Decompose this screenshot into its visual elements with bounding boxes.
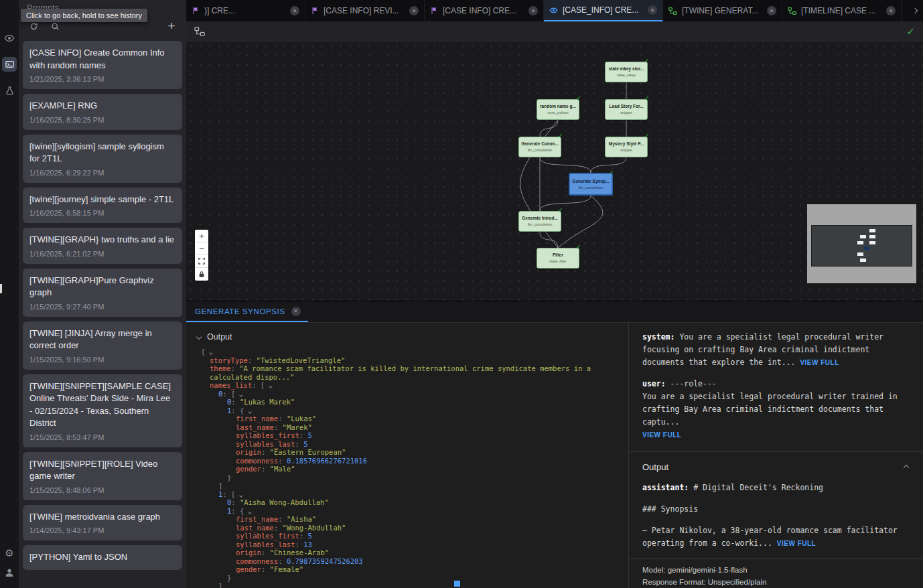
flask-icon[interactable] <box>2 83 17 98</box>
close-icon[interactable]: ✕ <box>528 6 538 15</box>
zoom-out-button[interactable]: − <box>195 242 208 255</box>
code-token: : <box>231 364 240 372</box>
code-token: 13 <box>303 540 312 548</box>
view-full-link[interactable]: VIEW FULL <box>777 540 816 547</box>
collapse-icon[interactable] <box>269 384 273 388</box>
add-prompt-button[interactable]: + <box>166 21 177 31</box>
graph-node[interactable]: ✓Generate Comm...llm_completion <box>518 137 561 157</box>
editor-tab[interactable]: [CASE_INFO] CRE...✕ <box>544 0 663 21</box>
tab-generate-synopsis[interactable]: GENERATE SYNOPSIS ✕ <box>186 301 308 322</box>
graph-node[interactable]: ✓Filterstate_filter <box>537 248 579 269</box>
prompt-timestamp: 1/15/2025, 9:27:40 PM <box>29 303 175 311</box>
code-line: names_list: [ <box>201 381 628 390</box>
eye-icon[interactable] <box>2 31 17 46</box>
editor-tab[interactable]: )] CRE...✕ <box>186 0 305 21</box>
list-item[interactable]: [twine][syllogism] sample syllogism for … <box>23 135 182 183</box>
code-line: first_name: "Aisha" <box>201 515 628 524</box>
graph-node[interactable]: ✓Mystery Style F...snippet <box>605 137 648 157</box>
code-line: commonness: 0.18576966276721016 <box>201 457 628 465</box>
refresh-icon[interactable] <box>28 21 39 31</box>
node-subtitle: state_mkey <box>617 73 636 78</box>
code-token: commonness <box>236 457 278 465</box>
minimap-viewport <box>811 225 912 267</box>
graph-node[interactable]: ✓Generate Synop...llm_completion <box>569 173 613 196</box>
graph-node[interactable]: ✓Load Story For...snippet <box>605 99 648 120</box>
code-line: origin: "Eastern European" <box>201 448 628 457</box>
list-item[interactable]: [twine][journey] simple sample - 2T1L1/1… <box>23 188 182 224</box>
node-subtitle: llm_completion <box>579 186 604 190</box>
list-item[interactable]: [TWINE] metroidvania case graph1/14/2025… <box>23 505 182 541</box>
list-item[interactable]: [PYTHON] Yaml to JSON <box>23 545 182 570</box>
editor-tab[interactable]: [CASE INFO] REVI...✕ <box>305 0 425 21</box>
tab-scroll-right-icon[interactable] <box>907 0 923 21</box>
close-icon[interactable]: ✕ <box>886 6 896 15</box>
minimap[interactable] <box>807 204 916 283</box>
code-token: "Lukas Marek" <box>240 398 295 406</box>
fit-view-button[interactable] <box>195 255 208 268</box>
graph-node[interactable]: ✓Generate Introd...llm_completion <box>518 211 561 232</box>
graph-layout-icon[interactable] <box>194 27 205 36</box>
list-item[interactable]: [TWINE][GRAPH]Pure Graphviz graph1/15/20… <box>23 269 182 317</box>
collapse-icon[interactable] <box>248 510 252 514</box>
output-header: Output <box>194 328 628 348</box>
close-icon[interactable]: ✕ <box>409 6 419 15</box>
editor-tab[interactable]: [CASE INFO] CRE...✕ <box>425 0 544 21</box>
zoom-in-button[interactable]: + <box>195 230 208 242</box>
view-full-link[interactable]: VIEW FULL <box>800 359 839 366</box>
editor-tab[interactable]: [TIMELINE] CASE ...✕ <box>782 0 902 21</box>
bottom-tab-bar: GENERATE SYNOPSIS ✕ <box>186 301 923 323</box>
collapse-icon[interactable] <box>239 393 243 397</box>
code-token: : <box>261 448 270 456</box>
prompt-title: [TWINE][GRAPH} two truths and a lie <box>29 234 175 246</box>
node-canvas[interactable]: + − ✓state mkey stor...state_mkey✓random… <box>186 42 923 301</box>
list-item[interactable]: [TWINE][SNIPPET][SAMPLE CASE] Online Thr… <box>23 374 182 447</box>
code-token: origin <box>236 448 261 456</box>
search-icon[interactable] <box>50 21 60 31</box>
tab-label: [CASE INFO] REVI... <box>324 6 405 15</box>
node-title: Load Story For... <box>608 104 645 109</box>
eye-icon <box>549 6 558 15</box>
code-token: "Aisha Wong-Abdullah" <box>240 498 329 506</box>
scrollbar-thumb[interactable] <box>454 581 460 587</box>
edge <box>540 120 558 137</box>
list-item[interactable]: [CASE INFO] Create Common Info with rand… <box>23 41 182 89</box>
gear-icon[interactable]: ⚙ <box>2 546 17 561</box>
list-item[interactable]: [TWINE] [JINJA] Array merge in correct o… <box>23 321 182 370</box>
collapse-icon[interactable] <box>239 494 243 498</box>
view-full-link[interactable]: VIEW FULL <box>642 431 681 439</box>
list-item[interactable]: [TWINE][SNIPPET][ROLE] Video game writer… <box>23 452 182 500</box>
graph-node[interactable]: ✓state mkey stor...state_mkey <box>605 62 648 82</box>
close-icon[interactable]: ✕ <box>767 6 776 15</box>
code-token: "Male" <box>270 465 295 473</box>
validation-check-icon: ✓ <box>906 25 915 38</box>
list-item[interactable]: [EXAMPLE] RNG1/16/2025, 8:30:25 PM <box>23 94 182 130</box>
graph-node[interactable]: ✓random name g...exec_python <box>537 99 579 120</box>
prompts-icon[interactable] <box>2 57 17 72</box>
collapse-up-icon[interactable] <box>904 464 909 469</box>
minimap-node-dot <box>860 235 866 238</box>
list-item[interactable]: [TWINE][GRAPH} two truths and a lie1/16/… <box>23 228 182 264</box>
check-icon: ✓ <box>576 94 581 102</box>
code-line: last_name: "Wong-Abdullah" <box>201 524 628 532</box>
minimap-node-dot <box>857 252 863 256</box>
collapse-icon[interactable] <box>248 410 252 414</box>
account-icon[interactable] <box>2 565 17 580</box>
check-icon: ✓ <box>644 94 650 102</box>
code-token: : [ <box>252 381 265 389</box>
edge <box>540 157 591 173</box>
code-line: storyType: "TwistedLoveTriangle" <box>201 356 628 365</box>
lock-button[interactable] <box>195 268 208 281</box>
close-icon[interactable]: ✕ <box>291 307 301 316</box>
code-token: "A romance scam facilitator is killed by… <box>210 364 595 381</box>
activity-bar: ⚙ <box>0 0 19 588</box>
editor-tab[interactable]: [TWINE] GENERAT...✕ <box>663 0 782 21</box>
code-token: "TwistedLoveTriangle" <box>257 356 346 364</box>
resize-handle[interactable] <box>0 284 2 293</box>
minimap-node-dot <box>857 241 863 244</box>
code-line: { <box>201 348 628 356</box>
close-icon[interactable]: ✕ <box>648 5 657 15</box>
close-icon[interactable]: ✕ <box>290 6 299 15</box>
collapse-icon[interactable] <box>209 351 213 355</box>
collapse-icon[interactable] <box>196 334 202 340</box>
node-subtitle: llm_completion <box>528 222 553 227</box>
